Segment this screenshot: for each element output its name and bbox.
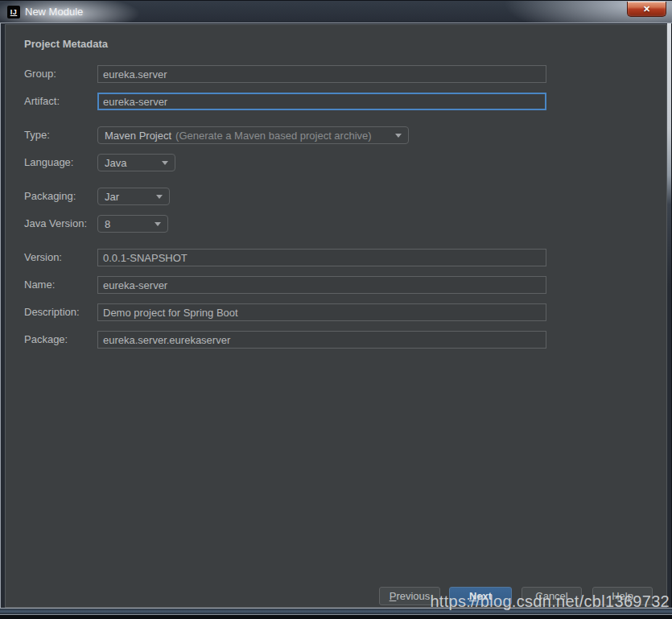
cancel-button[interactable]: Cancel bbox=[522, 587, 582, 605]
name-label: Name: bbox=[24, 276, 55, 294]
type-label: Type: bbox=[24, 126, 50, 144]
packaging-label: Packaging: bbox=[24, 188, 76, 205]
chevron-down-icon bbox=[155, 222, 161, 226]
language-select-value: Java bbox=[105, 157, 126, 169]
version-label: Version: bbox=[24, 249, 62, 266]
packaging-select-value: Jar bbox=[105, 191, 119, 203]
window-frame-bottom-sheen bbox=[0, 608, 672, 615]
package-input[interactable] bbox=[97, 331, 546, 349]
previous-button[interactable]: Previous bbox=[379, 587, 440, 605]
window-title: New Module bbox=[25, 6, 83, 18]
next-button[interactable]: Next bbox=[449, 587, 512, 605]
group-label: Group: bbox=[24, 65, 56, 83]
close-button[interactable]: ✕ bbox=[627, 2, 666, 17]
artifact-input[interactable] bbox=[97, 93, 546, 110]
name-input[interactable] bbox=[97, 276, 546, 294]
help-button[interactable]: Help bbox=[592, 587, 653, 605]
chevron-down-icon bbox=[162, 161, 168, 165]
close-icon: ✕ bbox=[643, 5, 650, 14]
version-input[interactable] bbox=[97, 249, 546, 266]
package-label: Package: bbox=[24, 331, 68, 349]
chevron-down-icon bbox=[395, 134, 402, 138]
java-version-select-value: 8 bbox=[105, 218, 110, 230]
intellij-logo-icon: IJ bbox=[7, 6, 20, 19]
window-frame-bottom bbox=[0, 608, 672, 619]
type-select-hint: (Generate a Maven based project archive) bbox=[175, 130, 372, 142]
intellij-logo-glyph: IJ bbox=[10, 9, 18, 16]
java-version-select[interactable]: 8 bbox=[97, 215, 168, 233]
new-module-dialog: IJ New Module ✕ Project Metadata Group: … bbox=[0, 0, 672, 619]
description-input[interactable] bbox=[97, 303, 546, 321]
type-select[interactable]: Maven Project (Generate a Maven based pr… bbox=[97, 126, 409, 144]
java-version-label: Java Version: bbox=[24, 215, 87, 233]
group-input[interactable] bbox=[97, 65, 546, 83]
artifact-label: Artifact: bbox=[24, 93, 60, 110]
title-bar[interactable]: IJ New Module ✕ bbox=[0, 1, 672, 23]
language-label: Language: bbox=[24, 154, 73, 171]
dialog-content: Project Metadata Group: Artifact: Type: … bbox=[5, 24, 667, 608]
window-frame-right bbox=[667, 23, 672, 608]
description-label: Description: bbox=[24, 303, 80, 321]
section-title: Project Metadata bbox=[24, 38, 108, 50]
type-select-value: Maven Project bbox=[105, 130, 171, 142]
chevron-down-icon bbox=[156, 195, 163, 199]
language-select[interactable]: Java bbox=[97, 154, 175, 171]
packaging-select[interactable]: Jar bbox=[97, 188, 170, 205]
